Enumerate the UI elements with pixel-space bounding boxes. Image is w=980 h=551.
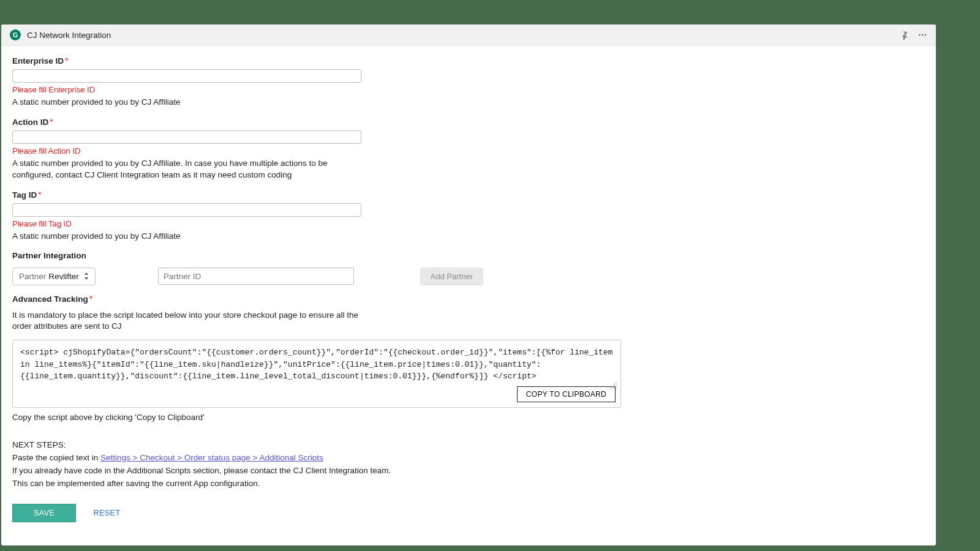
action-id-help: A static number provided to you by CJ Af… bbox=[12, 158, 368, 181]
required-asterisk: * bbox=[50, 117, 53, 127]
enterprise-id-help: A static number provided to you by CJ Af… bbox=[12, 97, 368, 108]
app-logo-letter: G bbox=[13, 31, 18, 39]
advanced-tracking-description: It is mandatory to place the script loca… bbox=[12, 310, 374, 333]
tag-id-label: Tag ID bbox=[12, 190, 37, 200]
enterprise-id-group: Enterprise ID* Please fill Enterprise ID… bbox=[12, 56, 925, 108]
tag-id-group: Tag ID* Please fill Tag ID A static numb… bbox=[12, 190, 925, 242]
partner-id-input[interactable] bbox=[158, 268, 354, 285]
action-id-input[interactable] bbox=[12, 130, 361, 144]
script-box: <script> cjShopifyData={"ordersCount":"{… bbox=[12, 340, 621, 408]
enterprise-id-input[interactable] bbox=[12, 69, 361, 83]
partner-row: Partner Revlifter Add Partner bbox=[12, 268, 925, 285]
app-title: CJ Network Integration bbox=[27, 31, 111, 40]
action-id-label: Action ID bbox=[12, 118, 48, 127]
svg-point-2 bbox=[924, 34, 925, 36]
resize-handle-icon[interactable] bbox=[609, 381, 617, 389]
svg-point-0 bbox=[919, 34, 920, 36]
required-asterisk: * bbox=[89, 294, 92, 304]
reset-button[interactable]: RESET bbox=[93, 509, 120, 517]
app-header: G CJ Network Integration bbox=[1, 24, 936, 46]
partner-integration-label: Partner Integration bbox=[12, 251, 86, 260]
action-id-group: Action ID* Please fill Action ID A stati… bbox=[12, 117, 925, 181]
sort-caret-icon bbox=[84, 272, 89, 280]
next-steps-heading: NEXT STEPS: bbox=[12, 439, 925, 452]
app-window: G CJ Network Integration Enterpri bbox=[1, 24, 936, 545]
outer-frame: G CJ Network Integration Enterpri bbox=[0, 0, 980, 551]
script-textarea[interactable]: <script> cjShopifyData={"ordersCount":"{… bbox=[13, 340, 620, 386]
next-steps: NEXT STEPS: Paste the copied text in Set… bbox=[12, 439, 925, 490]
save-button[interactable]: SAVE bbox=[12, 504, 76, 522]
next-steps-paste-line: Paste the copied text in Settings > Chec… bbox=[12, 452, 925, 465]
form-content: Enterprise ID* Please fill Enterprise ID… bbox=[1, 46, 936, 545]
app-logo-icon: G bbox=[10, 29, 21, 40]
partner-select-prefix: Partner bbox=[19, 272, 46, 281]
enterprise-id-error: Please fill Enterprise ID bbox=[12, 85, 925, 94]
partner-integration-group: Partner Integration Partner Revlifter Ad… bbox=[12, 251, 925, 285]
next-steps-line3: This can be implemented after saving the… bbox=[12, 478, 925, 490]
partner-select-value: Revlifter bbox=[48, 272, 79, 281]
svg-line-5 bbox=[616, 388, 617, 389]
next-steps-line2: If you already have code in the Addition… bbox=[12, 465, 925, 478]
pin-icon[interactable] bbox=[900, 31, 909, 40]
enterprise-id-label: Enterprise ID bbox=[12, 56, 64, 66]
tag-id-error: Please fill Tag ID bbox=[12, 219, 925, 228]
required-asterisk: * bbox=[65, 56, 68, 66]
tag-id-help: A static number provided to you by CJ Af… bbox=[12, 231, 368, 242]
svg-point-1 bbox=[922, 34, 923, 36]
copy-hint-text: Copy the script above by clicking 'Copy … bbox=[12, 413, 925, 422]
required-asterisk: * bbox=[38, 190, 41, 200]
advanced-tracking-label: Advanced Tracking bbox=[12, 294, 88, 304]
action-row: SAVE RESET bbox=[12, 504, 925, 522]
partner-select[interactable]: Partner Revlifter bbox=[12, 268, 96, 285]
paste-prefix: Paste the copied text in bbox=[12, 453, 100, 462]
action-id-error: Please fill Action ID bbox=[12, 146, 925, 156]
copy-to-clipboard-button[interactable]: COPY TO CLIPBOARD bbox=[517, 386, 616, 402]
header-actions bbox=[900, 30, 927, 40]
tag-id-input[interactable] bbox=[12, 203, 361, 217]
advanced-tracking-group: Advanced Tracking* It is mandatory to pl… bbox=[12, 294, 925, 522]
settings-checkout-link[interactable]: Settings > Checkout > Order status page … bbox=[100, 453, 323, 462]
more-icon[interactable] bbox=[918, 30, 927, 40]
add-partner-button[interactable]: Add Partner bbox=[420, 268, 483, 285]
